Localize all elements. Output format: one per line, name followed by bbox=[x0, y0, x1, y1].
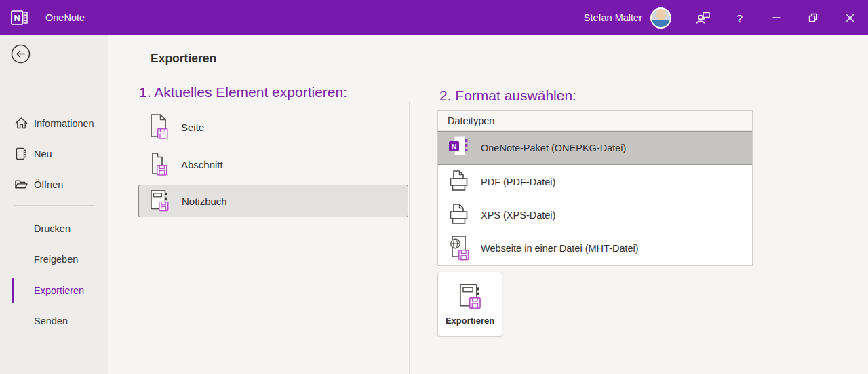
step1-heading: 1. Aktuelles Element exportieren: bbox=[139, 84, 347, 100]
sidebar: Informationen Neu Öffnen Drucken Freigeb… bbox=[0, 35, 108, 374]
onenote-package-icon: N bbox=[446, 134, 472, 162]
sidebar-item-senden[interactable]: Senden bbox=[0, 310, 108, 332]
format-mht[interactable]: Webseite in einer Datei (MHT-Datei) bbox=[438, 231, 752, 265]
sidebar-item-drucken[interactable]: Drucken bbox=[0, 218, 108, 240]
open-folder-icon bbox=[14, 177, 28, 191]
sidebar-item-exportieren[interactable]: Exportieren bbox=[0, 280, 108, 301]
sidebar-divider bbox=[14, 205, 95, 206]
export-button[interactable]: Exportieren bbox=[437, 272, 502, 337]
close-button[interactable] bbox=[831, 0, 868, 35]
option-seite[interactable]: Seite bbox=[138, 111, 408, 143]
app-title: OneNote bbox=[45, 12, 85, 23]
filetypes-header-label: Dateitypen bbox=[448, 115, 494, 126]
format-label: OneNote-Paket (ONEPKG-Datei) bbox=[481, 143, 626, 153]
restore-icon bbox=[808, 13, 818, 22]
sidebar-item-label: Freigeben bbox=[34, 254, 78, 265]
restore-button[interactable] bbox=[795, 0, 831, 35]
filetypes-header: Dateitypen bbox=[438, 111, 752, 131]
back-button[interactable] bbox=[11, 44, 31, 64]
titlebar: N OneNote Stefan Malter ? bbox=[0, 0, 868, 35]
home-icon bbox=[14, 116, 28, 130]
svg-text:N: N bbox=[14, 13, 20, 23]
sidebar-item-neu[interactable]: Neu bbox=[0, 143, 108, 165]
format-label: XPS (XPS-Datei) bbox=[481, 210, 555, 221]
option-label: Seite bbox=[181, 121, 204, 133]
notebook-icon bbox=[14, 147, 28, 161]
content-divider bbox=[409, 102, 410, 374]
filetypes-panel: Dateitypen N OneNote-Paket (ONEPKG-Datei… bbox=[437, 110, 753, 266]
sidebar-item-label: Informationen bbox=[34, 118, 94, 129]
sidebar-item-label: Neu bbox=[34, 149, 52, 160]
page-title: Exportieren bbox=[151, 52, 216, 66]
minimize-icon bbox=[772, 14, 781, 22]
sidebar-item-label: Exportieren bbox=[34, 285, 84, 296]
option-notizbuch[interactable]: Notizbuch bbox=[138, 185, 408, 217]
sidebar-item-label: Öffnen bbox=[34, 179, 63, 190]
close-icon bbox=[846, 14, 854, 22]
format-onepkg[interactable]: N OneNote-Paket (ONEPKG-Datei) bbox=[438, 131, 752, 165]
avatar[interactable] bbox=[650, 7, 671, 29]
export-button-label: Exportieren bbox=[446, 316, 494, 326]
webpage-save-icon bbox=[446, 234, 472, 263]
format-label: PDF (PDF-Datei) bbox=[481, 176, 555, 187]
feedback-icon bbox=[695, 10, 711, 25]
selection-indicator bbox=[12, 278, 14, 303]
option-label: Notizbuch bbox=[182, 195, 227, 207]
minimize-button[interactable] bbox=[758, 0, 795, 35]
step2-heading: 2. Format auswählen: bbox=[439, 88, 576, 104]
sidebar-item-oeffnen[interactable]: Öffnen bbox=[0, 174, 108, 195]
sidebar-item-informationen[interactable]: Informationen bbox=[0, 113, 108, 134]
option-label: Abschnitt bbox=[181, 159, 223, 170]
feedback-button[interactable] bbox=[685, 0, 722, 35]
help-button[interactable]: ? bbox=[722, 0, 758, 35]
format-xps[interactable]: XPS (XPS-Datei) bbox=[438, 198, 752, 231]
sidebar-item-label: Senden bbox=[34, 316, 68, 326]
help-icon: ? bbox=[737, 12, 743, 24]
page-save-icon bbox=[148, 113, 170, 141]
printer-document-icon bbox=[446, 168, 472, 196]
titlebar-right: Stefan Malter ? bbox=[584, 0, 868, 35]
sidebar-item-label: Drucken bbox=[34, 223, 71, 234]
notebook-save-icon bbox=[149, 187, 170, 214]
user-name[interactable]: Stefan Malter bbox=[584, 12, 642, 23]
back-arrow-icon bbox=[11, 44, 31, 64]
section-save-icon bbox=[148, 151, 170, 178]
sidebar-item-freigeben[interactable]: Freigeben bbox=[0, 248, 108, 270]
svg-text:N: N bbox=[452, 143, 457, 151]
onenote-logo-icon: N bbox=[9, 7, 31, 29]
printer-document-icon bbox=[446, 201, 472, 229]
notebook-save-icon bbox=[457, 282, 483, 311]
option-abschnitt[interactable]: Abschnitt bbox=[138, 148, 408, 181]
format-label: Webseite in einer Datei (MHT-Datei) bbox=[481, 243, 639, 254]
onenote-backstage-window: N OneNote Stefan Malter ? bbox=[0, 0, 868, 374]
format-pdf[interactable]: PDF (PDF-Datei) bbox=[438, 165, 752, 198]
